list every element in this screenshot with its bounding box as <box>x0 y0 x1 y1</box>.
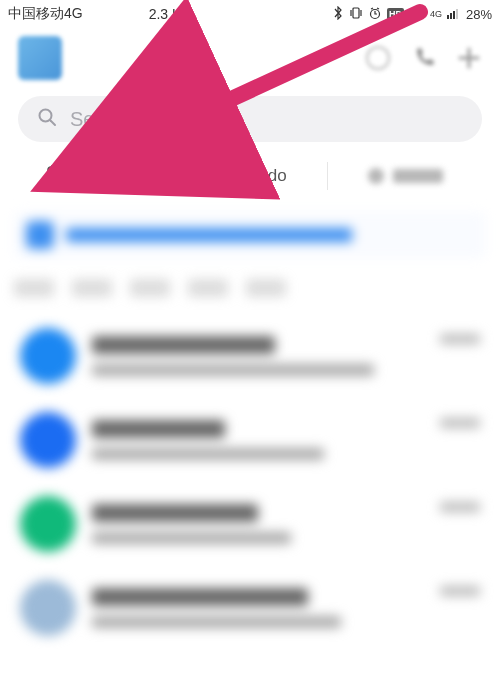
list-item[interactable] <box>4 398 496 482</box>
svg-text:9: 9 <box>53 171 58 181</box>
battery-label: 28% <box>466 7 492 22</box>
svg-point-7 <box>40 110 52 122</box>
network-speed: 2.3 K/s <box>149 6 193 22</box>
signal-icon: 4G <box>430 9 442 19</box>
info-banner[interactable] <box>14 212 486 258</box>
todo-label: To-do <box>244 166 287 186</box>
quick-access-row: 9 Calendar To-do <box>0 148 500 204</box>
alarm-icon <box>368 6 382 23</box>
chat-list <box>0 314 500 650</box>
quick-item-3[interactable] <box>328 168 482 184</box>
app-header <box>0 28 500 88</box>
calendar-icon: 9 <box>45 163 67 190</box>
svg-rect-2 <box>447 15 449 19</box>
scan-icon[interactable] <box>364 44 392 72</box>
search-bar[interactable] <box>18 96 482 142</box>
wifi-icon <box>409 6 425 23</box>
plus-icon[interactable] <box>456 45 482 71</box>
svg-rect-3 <box>450 13 452 19</box>
status-bar: 中国移动4G 2.3 K/s HD 4G 28% <box>0 0 500 28</box>
calendar-button[interactable]: 9 Calendar <box>18 163 172 190</box>
list-item[interactable] <box>4 482 496 566</box>
hd-icon: HD <box>387 8 404 20</box>
calendar-label: Calendar <box>76 166 145 186</box>
search-input[interactable] <box>70 108 464 131</box>
svg-rect-0 <box>353 8 359 18</box>
vibrate-icon <box>349 6 363 23</box>
todo-icon <box>213 163 235 190</box>
bluetooth-icon <box>332 6 344 23</box>
search-icon <box>36 106 58 132</box>
filter-tabs[interactable] <box>14 266 486 310</box>
svg-rect-4 <box>453 11 455 19</box>
svg-rect-10 <box>216 166 232 182</box>
svg-rect-5 <box>456 9 458 19</box>
phone-icon[interactable] <box>410 44 438 72</box>
todo-button[interactable]: To-do <box>173 163 327 190</box>
list-item[interactable] <box>4 314 496 398</box>
avatar[interactable] <box>18 36 62 80</box>
svg-point-6 <box>367 47 389 69</box>
carrier-label: 中国移动4G <box>8 5 83 23</box>
list-item[interactable] <box>4 566 496 650</box>
signal-bars-icon <box>447 7 461 22</box>
